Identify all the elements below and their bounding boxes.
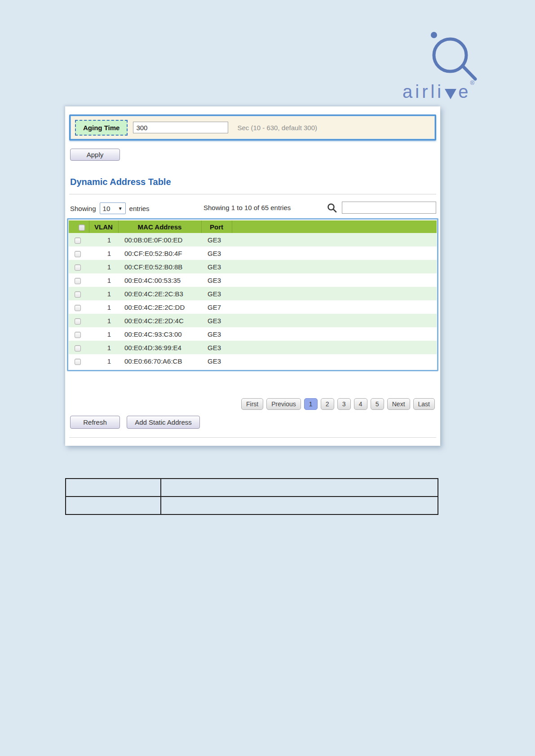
vlan-cell: 1 bbox=[89, 273, 118, 287]
table-row: 1 00:E0:4D:36:99:E4 GE3 bbox=[69, 341, 437, 354]
mac-cell: 00:E0:4C:93:C3:00 bbox=[118, 327, 201, 341]
page-button-1[interactable]: 1 bbox=[304, 398, 318, 410]
mac-cell: 00:CF:E0:52:B0:4F bbox=[118, 246, 201, 260]
page-size-select[interactable]: 10 ▼ bbox=[100, 202, 126, 214]
table-row: 1 00:E0:66:70:A6:CB GE3 bbox=[69, 354, 437, 368]
vlan-cell: 1 bbox=[89, 300, 118, 314]
search-group bbox=[327, 202, 436, 214]
page-button-previous[interactable]: Previous bbox=[266, 398, 301, 410]
search-input[interactable] bbox=[342, 202, 436, 214]
airlive-logo: airli e ® bbox=[390, 25, 493, 101]
vlan-cell: 1 bbox=[89, 246, 118, 260]
entries-label: entries bbox=[129, 205, 150, 212]
table-row: 1 00:E0:4C:2E:2C:B3 GE3 bbox=[69, 287, 437, 300]
airlive-wordmark: airli e ® bbox=[402, 83, 493, 101]
mac-column-header: MAC Address bbox=[118, 220, 201, 233]
port-cell: GE3 bbox=[201, 273, 232, 287]
mac-cell: 00:E0:4C:2E:2C:DD bbox=[118, 300, 201, 314]
vlan-cell: 1 bbox=[89, 314, 118, 327]
switch-ui-screenshot: Aging Time Sec (10 - 630, default 300) A… bbox=[65, 106, 440, 446]
table-row: 1 00:CF:E0:52:B0:8B GE3 bbox=[69, 260, 437, 273]
page-title: Dynamic Address Table bbox=[70, 177, 171, 187]
aging-time-hint: Sec (10 - 630, default 300) bbox=[237, 124, 317, 132]
row-checkbox[interactable] bbox=[75, 345, 81, 352]
mac-cell: 00:0B:0E:0F:00:ED bbox=[118, 233, 201, 246]
table-row: 1 00:E0:4C:2E:2C:DD GE7 bbox=[69, 300, 437, 314]
showing-label: Showing bbox=[70, 205, 96, 212]
table-controls: Showing 10 ▼ entries Showing 1 to 10 of … bbox=[70, 202, 436, 215]
triangle-v-icon bbox=[445, 89, 456, 99]
mac-cell: 00:E0:4C:2E:2D:4C bbox=[118, 314, 201, 327]
address-table-wrapper: VLAN MAC Address Port 1 00:0B:0E:0F:00:E… bbox=[67, 218, 438, 371]
page-button-3[interactable]: 3 bbox=[337, 398, 351, 410]
mac-cell: 00:E0:4D:36:99:E4 bbox=[118, 341, 201, 354]
row-checkbox[interactable] bbox=[75, 359, 81, 365]
table-row: 1 00:E0:4C:93:C3:00 GE3 bbox=[69, 327, 437, 341]
row-checkbox[interactable] bbox=[75, 318, 81, 325]
entries-summary: Showing 1 to 10 of 65 entries bbox=[203, 204, 291, 211]
page-size-value: 10 bbox=[103, 205, 111, 212]
select-all-checkbox[interactable] bbox=[79, 224, 85, 231]
row-checkbox[interactable] bbox=[75, 278, 81, 284]
row-checkbox[interactable] bbox=[75, 251, 81, 257]
page-button-first[interactable]: First bbox=[241, 398, 263, 410]
port-cell: GE7 bbox=[201, 300, 232, 314]
vlan-cell: 1 bbox=[89, 354, 118, 368]
vlan-cell: 1 bbox=[89, 233, 118, 246]
port-cell: GE3 bbox=[201, 287, 232, 300]
refresh-button[interactable]: Refresh bbox=[70, 416, 120, 429]
row-checkbox[interactable] bbox=[75, 237, 81, 244]
row-checkbox[interactable] bbox=[75, 305, 81, 311]
aging-time-label: Aging Time bbox=[75, 120, 128, 136]
port-cell: GE3 bbox=[201, 341, 232, 354]
table-row: 1 00:CF:E0:52:B0:4F GE3 bbox=[69, 246, 437, 260]
apply-button[interactable]: Apply bbox=[70, 149, 120, 161]
title-divider bbox=[69, 194, 436, 194]
filler-column-header bbox=[232, 220, 437, 233]
row-checkbox[interactable] bbox=[75, 264, 81, 271]
wordmark-text-left: airli bbox=[402, 83, 444, 101]
port-cell: GE3 bbox=[201, 327, 232, 341]
description-term-cell bbox=[66, 479, 161, 497]
vlan-cell: 1 bbox=[89, 260, 118, 273]
row-checkbox[interactable] bbox=[75, 291, 81, 298]
description-text-cell bbox=[161, 497, 438, 514]
aging-time-panel: Aging Time Sec (10 - 630, default 300) bbox=[69, 114, 436, 141]
page-button-5[interactable]: 5 bbox=[371, 398, 384, 410]
aging-time-input[interactable] bbox=[133, 122, 228, 133]
vlan-cell: 1 bbox=[89, 287, 118, 300]
table-row: 1 00:E0:4C:2E:2D:4C GE3 bbox=[69, 314, 437, 327]
page-button-2[interactable]: 2 bbox=[321, 398, 334, 410]
port-column-header: Port bbox=[201, 220, 232, 233]
mac-cell: 00:E0:4C:2E:2C:B3 bbox=[118, 287, 201, 300]
wordmark-text-right: e bbox=[458, 83, 471, 101]
page-button-last[interactable]: Last bbox=[413, 398, 435, 410]
page-size-group: Showing 10 ▼ entries bbox=[70, 202, 150, 214]
bottom-divider bbox=[69, 437, 436, 438]
search-icon bbox=[327, 202, 337, 213]
port-cell: GE3 bbox=[201, 260, 232, 273]
mac-cell: 00:CF:E0:52:B0:8B bbox=[118, 260, 201, 273]
mac-cell: 00:E0:4C:00:53:35 bbox=[118, 273, 201, 287]
vlan-column-header: VLAN bbox=[89, 220, 118, 233]
description-term-cell bbox=[66, 497, 161, 514]
mac-cell: 00:E0:66:70:A6:CB bbox=[118, 354, 201, 368]
port-cell: GE3 bbox=[201, 233, 232, 246]
page-button-next[interactable]: Next bbox=[387, 398, 410, 410]
registered-trademark-symbol: ® bbox=[470, 80, 474, 86]
description-table-row bbox=[66, 497, 438, 514]
port-cell: GE3 bbox=[201, 314, 232, 327]
manual-page: { "logo": { "brand_before_triangle": "ai… bbox=[0, 0, 535, 756]
port-cell: GE3 bbox=[201, 354, 232, 368]
row-checkbox[interactable] bbox=[75, 332, 81, 338]
table-row: 1 00:E0:4C:00:53:35 GE3 bbox=[69, 273, 437, 287]
add-static-address-button[interactable]: Add Static Address bbox=[127, 416, 200, 429]
description-table-row bbox=[66, 479, 438, 497]
vlan-cell: 1 bbox=[89, 341, 118, 354]
dynamic-address-table: VLAN MAC Address Port 1 00:0B:0E:0F:00:E… bbox=[69, 220, 437, 368]
table-row: 1 00:0B:0E:0F:00:ED GE3 bbox=[69, 233, 437, 246]
select-all-header bbox=[69, 220, 89, 233]
table-actions: Refresh Add Static Address bbox=[70, 416, 200, 429]
pagination: First Previous 1 2 3 4 5 Next Last bbox=[241, 398, 435, 410]
page-button-4[interactable]: 4 bbox=[354, 398, 367, 410]
